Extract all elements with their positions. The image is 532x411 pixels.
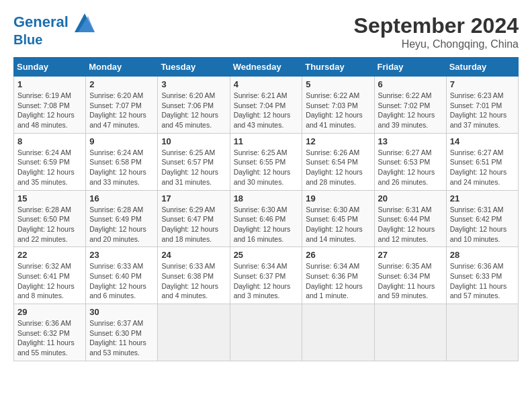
day-number: 5 — [306, 79, 370, 89]
calendar-header-row: Sunday Monday Tuesday Wednesday Thursday… — [14, 58, 519, 77]
day-info: Sunrise: 6:33 AMSunset: 6:40 PMDaylight:… — [89, 261, 154, 301]
table-cell: 23Sunrise: 6:33 AMSunset: 6:40 PMDayligh… — [86, 247, 158, 304]
table-cell: 20Sunrise: 6:31 AMSunset: 6:44 PMDayligh… — [374, 190, 446, 247]
table-cell: 18Sunrise: 6:30 AMSunset: 6:46 PMDayligh… — [230, 190, 302, 247]
title-block: September 2024 Heyu, Chongqing, China — [354, 13, 519, 50]
day-number: 1 — [17, 79, 82, 89]
table-cell — [374, 304, 446, 361]
table-cell: 6Sunrise: 6:22 AMSunset: 7:02 PMDaylight… — [374, 77, 446, 134]
day-info: Sunrise: 6:31 AMSunset: 6:42 PMDaylight:… — [450, 205, 515, 244]
day-info: Sunrise: 6:27 AMSunset: 6:51 PMDaylight:… — [450, 148, 515, 187]
col-wednesday: Wednesday — [230, 58, 302, 77]
day-info: Sunrise: 6:30 AMSunset: 6:46 PMDaylight:… — [234, 205, 299, 244]
day-info: Sunrise: 6:28 AMSunset: 6:50 PMDaylight:… — [17, 205, 82, 244]
table-cell: 3Sunrise: 6:20 AMSunset: 7:06 PMDaylight… — [158, 77, 230, 134]
day-number: 9 — [89, 136, 154, 146]
day-info: Sunrise: 6:20 AMSunset: 7:06 PMDaylight:… — [161, 91, 226, 130]
col-monday: Monday — [86, 58, 158, 77]
day-info: Sunrise: 6:25 AMSunset: 6:55 PMDaylight:… — [234, 148, 299, 187]
day-info: Sunrise: 6:27 AMSunset: 6:53 PMDaylight:… — [378, 148, 443, 187]
day-number: 30 — [89, 307, 154, 317]
col-tuesday: Tuesday — [158, 58, 230, 77]
day-number: 24 — [161, 250, 226, 260]
day-info: Sunrise: 6:22 AMSunset: 7:02 PMDaylight:… — [378, 91, 443, 130]
table-cell: 13Sunrise: 6:27 AMSunset: 6:53 PMDayligh… — [374, 133, 446, 190]
day-info: Sunrise: 6:37 AMSunset: 6:30 PMDaylight:… — [89, 318, 154, 358]
logo: General Blue — [13, 13, 95, 47]
day-info: Sunrise: 6:21 AMSunset: 7:04 PMDaylight:… — [234, 91, 299, 130]
table-cell: 16Sunrise: 6:28 AMSunset: 6:49 PMDayligh… — [86, 190, 158, 247]
day-info: Sunrise: 6:30 AMSunset: 6:45 PMDaylight:… — [306, 205, 370, 244]
day-number: 6 — [378, 79, 443, 89]
day-number: 7 — [450, 79, 515, 89]
day-number: 29 — [17, 307, 82, 317]
col-friday: Friday — [374, 58, 446, 77]
table-cell: 19Sunrise: 6:30 AMSunset: 6:45 PMDayligh… — [302, 190, 374, 247]
day-number: 22 — [17, 250, 82, 260]
logo-blue: Blue — [13, 32, 95, 47]
table-cell — [230, 304, 302, 361]
col-sunday: Sunday — [14, 58, 86, 77]
page-header: General Blue September 2024 Heyu, Chongq… — [13, 13, 519, 50]
day-info: Sunrise: 6:24 AMSunset: 6:58 PMDaylight:… — [89, 148, 154, 187]
calendar-row: 22Sunrise: 6:32 AMSunset: 6:41 PMDayligh… — [14, 247, 519, 304]
day-number: 23 — [89, 250, 154, 260]
day-number: 3 — [161, 79, 226, 89]
day-number: 2 — [89, 79, 154, 89]
table-cell: 10Sunrise: 6:25 AMSunset: 6:57 PMDayligh… — [158, 133, 230, 190]
day-number: 20 — [378, 193, 443, 203]
table-cell — [446, 304, 518, 361]
table-cell: 28Sunrise: 6:36 AMSunset: 6:33 PMDayligh… — [446, 247, 518, 304]
day-info: Sunrise: 6:34 AMSunset: 6:36 PMDaylight:… — [306, 261, 370, 301]
table-cell: 29Sunrise: 6:36 AMSunset: 6:32 PMDayligh… — [14, 304, 86, 361]
table-cell: 22Sunrise: 6:32 AMSunset: 6:41 PMDayligh… — [14, 247, 86, 304]
day-number: 19 — [306, 193, 370, 203]
table-cell: 7Sunrise: 6:23 AMSunset: 7:01 PMDaylight… — [446, 77, 518, 134]
day-number: 16 — [89, 193, 154, 203]
table-cell: 15Sunrise: 6:28 AMSunset: 6:50 PMDayligh… — [14, 190, 86, 247]
table-cell: 14Sunrise: 6:27 AMSunset: 6:51 PMDayligh… — [446, 133, 518, 190]
col-saturday: Saturday — [446, 58, 518, 77]
day-number: 26 — [306, 250, 370, 260]
day-info: Sunrise: 6:36 AMSunset: 6:33 PMDaylight:… — [450, 261, 515, 301]
table-cell: 24Sunrise: 6:33 AMSunset: 6:38 PMDayligh… — [158, 247, 230, 304]
table-cell: 8Sunrise: 6:24 AMSunset: 6:59 PMDaylight… — [14, 133, 86, 190]
day-number: 11 — [234, 136, 299, 146]
calendar-row: 29Sunrise: 6:36 AMSunset: 6:32 PMDayligh… — [14, 304, 519, 361]
day-info: Sunrise: 6:25 AMSunset: 6:57 PMDaylight:… — [161, 148, 226, 187]
day-info: Sunrise: 6:24 AMSunset: 6:59 PMDaylight:… — [17, 148, 82, 187]
month-title: September 2024 — [354, 13, 519, 38]
table-cell: 21Sunrise: 6:31 AMSunset: 6:42 PMDayligh… — [446, 190, 518, 247]
day-number: 28 — [450, 250, 515, 260]
table-cell: 17Sunrise: 6:29 AMSunset: 6:47 PMDayligh… — [158, 190, 230, 247]
table-cell: 2Sunrise: 6:20 AMSunset: 7:07 PMDaylight… — [86, 77, 158, 134]
location: Heyu, Chongqing, China — [354, 38, 519, 50]
day-info: Sunrise: 6:35 AMSunset: 6:34 PMDaylight:… — [378, 261, 443, 301]
table-cell: 11Sunrise: 6:25 AMSunset: 6:55 PMDayligh… — [230, 133, 302, 190]
day-info: Sunrise: 6:31 AMSunset: 6:44 PMDaylight:… — [378, 205, 443, 244]
day-number: 8 — [17, 136, 82, 146]
day-info: Sunrise: 6:36 AMSunset: 6:32 PMDaylight:… — [17, 318, 82, 358]
table-cell: 9Sunrise: 6:24 AMSunset: 6:58 PMDaylight… — [86, 133, 158, 190]
day-number: 10 — [161, 136, 226, 146]
table-cell: 1Sunrise: 6:19 AMSunset: 7:08 PMDaylight… — [14, 77, 86, 134]
table-cell — [302, 304, 374, 361]
day-number: 21 — [450, 193, 515, 203]
day-info: Sunrise: 6:33 AMSunset: 6:38 PMDaylight:… — [161, 261, 226, 301]
day-info: Sunrise: 6:32 AMSunset: 6:41 PMDaylight:… — [17, 261, 82, 301]
day-info: Sunrise: 6:19 AMSunset: 7:08 PMDaylight:… — [17, 91, 82, 130]
col-thursday: Thursday — [302, 58, 374, 77]
calendar-row: 1Sunrise: 6:19 AMSunset: 7:08 PMDaylight… — [14, 77, 519, 134]
day-info: Sunrise: 6:34 AMSunset: 6:37 PMDaylight:… — [234, 261, 299, 301]
day-number: 17 — [161, 193, 226, 203]
day-number: 12 — [306, 136, 370, 146]
table-cell: 26Sunrise: 6:34 AMSunset: 6:36 PMDayligh… — [302, 247, 374, 304]
day-number: 13 — [378, 136, 443, 146]
day-info: Sunrise: 6:22 AMSunset: 7:03 PMDaylight:… — [306, 91, 370, 130]
day-info: Sunrise: 6:20 AMSunset: 7:07 PMDaylight:… — [89, 91, 154, 130]
day-number: 15 — [17, 193, 82, 203]
calendar-row: 8Sunrise: 6:24 AMSunset: 6:59 PMDaylight… — [14, 133, 519, 190]
day-number: 4 — [234, 79, 299, 89]
table-cell — [158, 304, 230, 361]
table-cell: 4Sunrise: 6:21 AMSunset: 7:04 PMDaylight… — [230, 77, 302, 134]
